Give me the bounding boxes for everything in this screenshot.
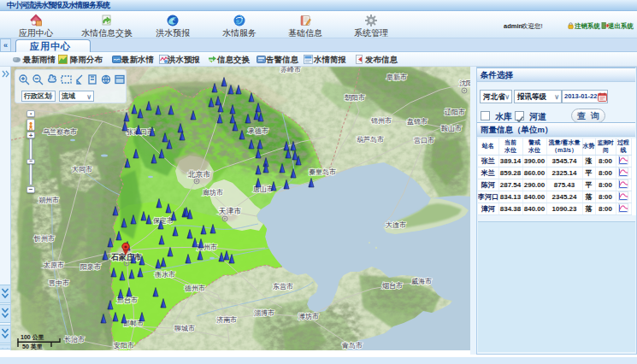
svg-text:辽阳市: 辽阳市	[445, 108, 465, 116]
svg-text:乌兰察布市: 乌兰察布市	[43, 128, 77, 136]
svg-text:盘锦市: 盘锦市	[407, 118, 428, 126]
svg-text:秦皇岛市: 秦皇岛市	[309, 168, 336, 176]
svg-text:阜新市: 阜新市	[386, 73, 407, 81]
svg-text:淄博市: 淄博市	[254, 309, 274, 317]
svg-text:廊坊市: 廊坊市	[203, 189, 223, 197]
svg-text:天津市: 天津市	[219, 207, 242, 215]
svg-text:阳泉市: 阳泉市	[80, 263, 101, 271]
svg-text:赤峰市: 赤峰市	[280, 67, 301, 73]
svg-text:朔州市: 朔州市	[38, 197, 59, 204]
svg-text:北京市: 北京市	[188, 170, 211, 179]
svg-text:承德市: 承德市	[247, 127, 268, 135]
svg-text:朝阳市: 朝阳市	[345, 94, 365, 102]
svg-text:长治市: 长治市	[64, 336, 85, 343]
svg-text:保定市: 保定市	[153, 217, 174, 225]
svg-text:衡水市: 衡水市	[155, 271, 175, 279]
svg-text:青岛市: 青岛市	[341, 342, 363, 349]
svg-text:德州市: 德州市	[185, 285, 205, 292]
svg-text:大连市: 大连市	[386, 221, 406, 229]
svg-text:东营市: 东营市	[273, 283, 293, 291]
svg-text:安阳市: 安阳市	[114, 342, 134, 349]
svg-text:威海市: 威海市	[411, 278, 432, 285]
svg-text:潍坊市: 潍坊市	[298, 313, 319, 320]
svg-text:100 公里: 100 公里	[21, 334, 44, 341]
svg-text:葫芦岛市: 葫芦岛市	[357, 136, 384, 144]
svg-text:忻州市: 忻州市	[33, 235, 55, 243]
svg-text:50 英里: 50 英里	[22, 343, 43, 350]
svg-text:鞍山市: 鞍山市	[441, 125, 462, 132]
svg-text:太原市: 太原市	[44, 261, 64, 269]
svg-text:晋中市: 晋中市	[49, 279, 69, 287]
svg-text:沈阳: 沈阳	[459, 79, 470, 87]
svg-text:烟台市: 烟台市	[382, 282, 403, 290]
svg-text:聊城市: 聊城市	[174, 325, 195, 332]
svg-text:济南市: 济南市	[216, 316, 237, 324]
svg-text:营口市: 营口市	[414, 137, 434, 144]
svg-text:锦州市: 锦州市	[370, 117, 392, 125]
svg-text:大同市: 大同市	[72, 166, 92, 173]
